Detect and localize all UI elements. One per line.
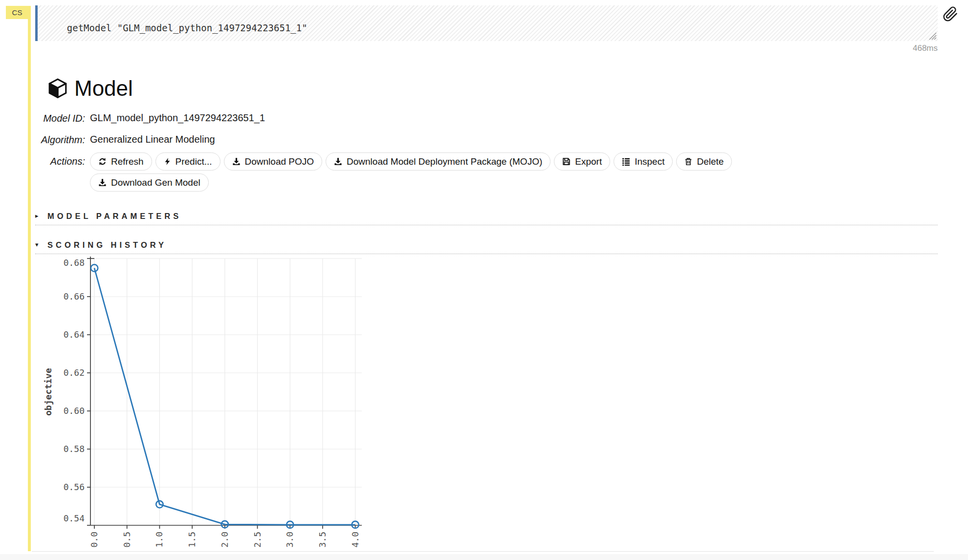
section-label: MODEL PARAMETERS [47,211,181,221]
cell-flag-badge: CS [6,6,28,19]
actions-label: Actions: [35,155,85,167]
svg-text:3.0: 3.0 [285,532,295,548]
svg-text:3.5: 3.5 [317,532,328,548]
svg-text:0.58: 0.58 [64,444,85,454]
cell-input-text: getModel "GLM_model_python_1497294223651… [67,22,308,33]
svg-text:0.54: 0.54 [64,513,85,523]
button-label: Delete [697,156,724,167]
actions-row-1: Refresh Predict... Download POJO [90,152,938,171]
button-label: Refresh [111,156,144,167]
refresh-icon [98,157,107,166]
button-label: Export [575,156,602,167]
svg-text:0.64: 0.64 [64,329,85,340]
floppy-icon [562,157,571,166]
svg-text:0.60: 0.60 [64,406,85,416]
cell-input[interactable]: getModel "GLM_model_python_1497294223651… [35,5,938,41]
svg-text:1.0: 1.0 [154,532,164,548]
cube-icon [48,78,67,99]
delete-button[interactable]: Delete [676,152,732,171]
svg-text:0.0: 0.0 [89,532,99,548]
model-id-label: Model ID: [35,112,85,124]
download-icon [334,157,342,166]
button-label: Download Gen Model [111,177,200,188]
collapsed-icon: ▸ [35,211,41,221]
svg-text:4.0: 4.0 [350,532,360,548]
next-cell-area [0,554,968,560]
actions: Refresh Predict... Download POJO [90,152,938,194]
scoring-history-chart: 0.540.560.580.600.620.640.660.680.00.51.… [43,256,375,555]
download-icon [232,157,241,166]
trash-icon [684,157,692,166]
expanded-icon: ▾ [35,240,41,250]
resize-handle-icon[interactable] [926,30,937,41]
section-label: SCORING HISTORY [47,240,167,250]
model-id-value: GLM_model_python_1497294223651_1 [90,112,938,124]
svg-text:0.68: 0.68 [64,258,85,268]
download-gen-model-button[interactable]: Download Gen Model [90,173,209,192]
model-meta: Model ID: GLM_model_python_1497294223651… [35,112,938,194]
list-icon [622,157,630,166]
flow-cell: getModel "GLM_model_python_1497294223651… [35,5,938,555]
page-title: Model [48,78,938,99]
refresh-button[interactable]: Refresh [90,152,152,171]
button-label: Download POJO [245,156,314,167]
execution-time: 468ms [35,43,938,53]
svg-text:2.0: 2.0 [220,532,230,548]
svg-text:2.5: 2.5 [252,532,263,548]
button-label: Predict... [176,156,212,167]
download-pojo-button[interactable]: Download POJO [224,152,323,171]
section-model-parameters[interactable]: ▸ MODEL PARAMETERS [35,211,938,225]
section-scoring-history[interactable]: ▾ SCORING HISTORY [35,240,938,254]
algorithm-label: Algorithm: [35,134,85,146]
svg-text:0.62: 0.62 [64,367,85,378]
svg-text:0.5: 0.5 [122,532,132,548]
svg-text:0.56: 0.56 [64,482,85,492]
download-icon [98,178,107,187]
button-label: Inspect [635,156,664,167]
svg-text:1.5: 1.5 [187,532,197,548]
inspect-button[interactable]: Inspect [614,152,673,171]
bolt-icon [164,157,171,166]
cell-selection-bar [28,6,31,551]
download-mojo-button[interactable]: Download Model Deployment Package (MOJO) [326,152,550,171]
svg-text:0.66: 0.66 [64,291,85,302]
actions-row-2: Download Gen Model [90,173,938,192]
cell-bottom-divider [32,551,934,552]
paperclip-icon [943,6,958,22]
svg-text:objective: objective [43,368,53,416]
algorithm-value: Generalized Linear Modeling [90,134,938,145]
predict-button[interactable]: Predict... [155,152,220,171]
page-title-text: Model [74,78,133,99]
button-label: Download Model Deployment Package (MOJO) [347,156,542,167]
export-button[interactable]: Export [554,152,610,171]
